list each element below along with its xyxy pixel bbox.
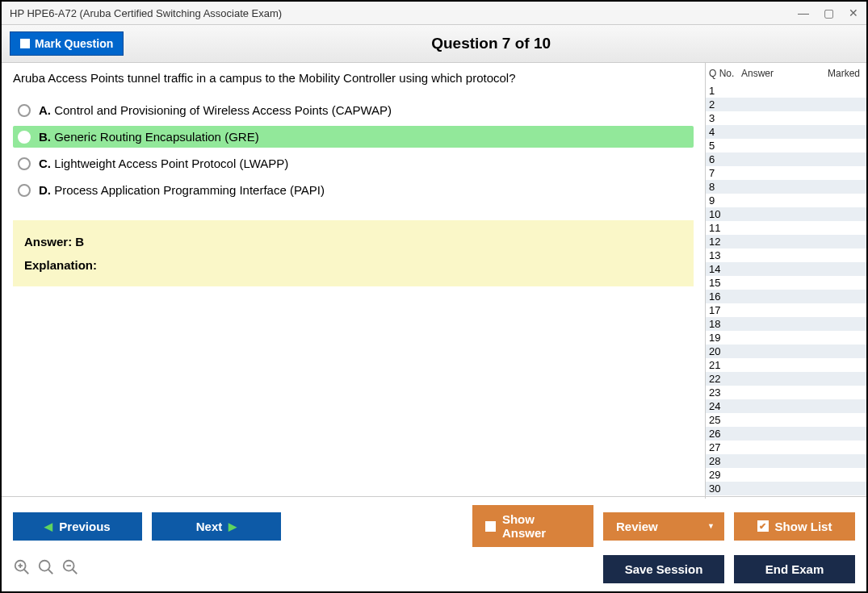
grid-qno: 29: [709, 469, 741, 481]
grid-qno: 15: [709, 277, 741, 289]
choice-B[interactable]: B. Generic Routing Encapsulation (GRE): [13, 126, 694, 148]
mark-question-label: Mark Question: [35, 37, 113, 50]
grid-qno: 27: [709, 441, 741, 453]
grid-qno: 26: [709, 428, 741, 440]
grid-row[interactable]: 11: [706, 221, 866, 235]
grid-qno: 9: [709, 194, 741, 207]
grid-row[interactable]: 8: [706, 180, 866, 194]
grid-row[interactable]: 24: [706, 399, 866, 413]
grid-row[interactable]: 28: [706, 454, 866, 468]
footer: ◀ Previous Next ▶ Show Answer Review ▼ ✔…: [2, 496, 866, 591]
grid-qno: 28: [709, 455, 741, 467]
grid-row[interactable]: 25: [706, 413, 866, 427]
next-button[interactable]: Next ▶: [152, 512, 281, 541]
explanation-label: Explanation:: [24, 258, 682, 272]
maximize-icon[interactable]: ▢: [824, 6, 834, 19]
window-title: HP HPE6-A72 (Aruba Certified Switching A…: [10, 7, 798, 19]
grid-qno: 25: [709, 414, 741, 426]
svg-line-7: [73, 570, 78, 574]
grid-qno: 20: [709, 345, 741, 357]
grid-header: Q No. Answer Marked: [706, 63, 866, 84]
grid-row[interactable]: 3: [706, 111, 866, 125]
title-bar: HP HPE6-A72 (Aruba Certified Switching A…: [2, 2, 866, 25]
show-answer-label: Show Answer: [502, 512, 581, 540]
radio-icon: [18, 131, 31, 144]
mark-question-button[interactable]: Mark Question: [10, 31, 124, 56]
grid-qno: 18: [709, 318, 741, 330]
grid-row[interactable]: 18: [706, 317, 866, 331]
grid-row[interactable]: 21: [706, 358, 866, 372]
grid-row[interactable]: 12: [706, 235, 866, 248]
grid-qno: 7: [709, 167, 741, 179]
grid-row[interactable]: 27: [706, 441, 866, 454]
show-list-label: Show List: [775, 520, 832, 533]
choice-label: D. Process Application Programming Inter…: [39, 183, 325, 197]
next-label: Next: [196, 520, 223, 533]
grid-row[interactable]: 7: [706, 166, 866, 180]
minimize-icon[interactable]: —: [798, 6, 809, 19]
grid-row[interactable]: 4: [706, 125, 866, 139]
grid-row[interactable]: 17: [706, 303, 866, 317]
grid-qno: 5: [709, 140, 741, 152]
grid-qno: 8: [709, 181, 741, 193]
choice-label: B. Generic Routing Encapsulation (GRE): [39, 130, 259, 144]
col-qno: Q No.: [709, 68, 741, 79]
zoom-controls: [13, 558, 79, 580]
grid-row[interactable]: 2: [706, 98, 866, 111]
grid-row[interactable]: 15: [706, 276, 866, 290]
grid-row[interactable]: 26: [706, 427, 866, 441]
grid-row[interactable]: 20: [706, 345, 866, 358]
grid-qno: 23: [709, 386, 741, 399]
answer-label: Answer: B: [24, 235, 682, 248]
grid-row[interactable]: 14: [706, 262, 866, 276]
grid-qno: 30: [709, 482, 741, 495]
grid-qno: 19: [709, 332, 741, 344]
grid-qno: 11: [709, 222, 741, 234]
question-grid[interactable]: 1234567891011121314151617181920212223242…: [706, 84, 866, 499]
show-list-button[interactable]: ✔ Show List: [734, 512, 855, 541]
zoom-reset-icon[interactable]: [37, 558, 55, 580]
previous-label: Previous: [59, 520, 110, 533]
grid-row[interactable]: 9: [706, 194, 866, 207]
question-list-panel: Q No. Answer Marked 12345678910111213141…: [705, 63, 866, 499]
grid-qno: 6: [709, 153, 741, 165]
grid-row[interactable]: 6: [706, 152, 866, 166]
grid-qno: 13: [709, 249, 741, 261]
grid-row[interactable]: 5: [706, 139, 866, 152]
grid-row[interactable]: 13: [706, 248, 866, 262]
choice-label: A. Control and Provisioning of Wireless …: [39, 103, 392, 117]
col-marked: Marked: [819, 68, 863, 79]
checkbox-icon: [20, 39, 30, 48]
save-session-button[interactable]: Save Session: [603, 555, 724, 583]
zoom-out-icon[interactable]: [61, 558, 79, 580]
grid-qno: 16: [709, 290, 741, 303]
checkbox-icon: [485, 521, 496, 532]
grid-qno: 24: [709, 400, 741, 412]
grid-row[interactable]: 19: [706, 331, 866, 345]
zoom-in-icon[interactable]: [13, 558, 31, 580]
grid-row[interactable]: 10: [706, 207, 866, 221]
previous-button[interactable]: ◀ Previous: [13, 512, 142, 541]
col-answer: Answer: [741, 68, 819, 79]
grid-row[interactable]: 23: [706, 386, 866, 399]
svg-line-1: [24, 570, 29, 574]
main-area: Aruba Access Points tunnel traffic in a …: [2, 63, 866, 499]
radio-icon: [18, 157, 31, 170]
close-icon[interactable]: ✕: [849, 6, 858, 19]
grid-row[interactable]: 16: [706, 290, 866, 303]
grid-row[interactable]: 22: [706, 372, 866, 386]
choice-A[interactable]: A. Control and Provisioning of Wireless …: [13, 99, 694, 121]
end-exam-button[interactable]: End Exam: [734, 555, 855, 583]
grid-row[interactable]: 30: [706, 482, 866, 495]
grid-row[interactable]: 1: [706, 84, 866, 98]
review-button[interactable]: Review ▼: [603, 512, 724, 541]
grid-qno: 14: [709, 263, 741, 275]
window-controls: — ▢ ✕: [798, 6, 858, 19]
choice-D[interactable]: D. Process Application Programming Inter…: [13, 179, 694, 201]
choice-C[interactable]: C. Lightweight Access Point Protocol (LW…: [13, 152, 694, 174]
grid-qno: 3: [709, 112, 741, 124]
chevron-right-icon: ▶: [229, 520, 237, 532]
svg-line-5: [48, 570, 53, 574]
grid-row[interactable]: 29: [706, 468, 866, 482]
show-answer-button[interactable]: Show Answer: [472, 505, 593, 547]
